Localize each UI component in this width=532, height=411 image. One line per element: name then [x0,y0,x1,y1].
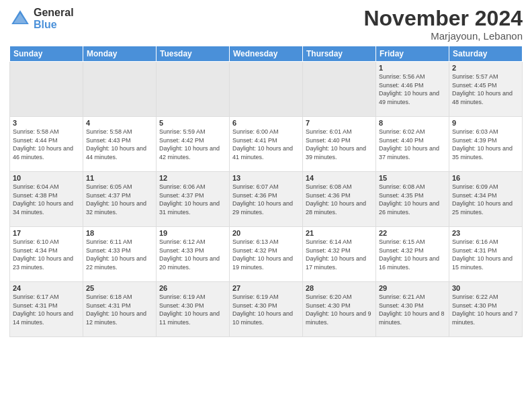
calendar-day-cell: 22Sunrise: 6:15 AM Sunset: 4:32 PM Dayli… [376,227,449,282]
day-info: Sunrise: 6:02 AM Sunset: 4:40 PM Dayligh… [379,128,446,161]
month-title: November 2024 [363,7,523,30]
day-number: 2 [452,64,519,72]
calendar-day-cell: 19Sunrise: 6:12 AM Sunset: 4:33 PM Dayli… [157,227,230,282]
day-info: Sunrise: 6:17 AM Sunset: 4:31 PM Dayligh… [13,293,80,326]
calendar-day-cell: 28Sunrise: 6:20 AM Sunset: 4:30 PM Dayli… [303,282,376,337]
calendar-day-cell: 26Sunrise: 6:19 AM Sunset: 4:30 PM Dayli… [157,282,230,337]
day-header-tuesday: Tuesday [157,46,230,62]
day-number: 10 [13,174,80,182]
day-info: Sunrise: 6:15 AM Sunset: 4:32 PM Dayligh… [379,238,446,271]
day-info: Sunrise: 6:10 AM Sunset: 4:34 PM Dayligh… [13,238,80,271]
day-info: Sunrise: 6:00 AM Sunset: 4:41 PM Dayligh… [232,128,300,161]
calendar-day-cell: 11Sunrise: 6:05 AM Sunset: 4:37 PM Dayli… [83,172,157,227]
calendar-week-row: 10Sunrise: 6:04 AM Sunset: 4:38 PM Dayli… [10,172,523,227]
day-info: Sunrise: 6:19 AM Sunset: 4:30 PM Dayligh… [232,293,300,326]
day-info: Sunrise: 6:18 AM Sunset: 4:31 PM Dayligh… [86,293,153,326]
day-number: 28 [306,284,373,292]
calendar-day-cell: 13Sunrise: 6:07 AM Sunset: 4:36 PM Dayli… [230,172,303,227]
day-info: Sunrise: 6:08 AM Sunset: 4:36 PM Dayligh… [306,183,373,216]
calendar-day-cell: 24Sunrise: 6:17 AM Sunset: 4:31 PM Dayli… [10,282,83,337]
day-number: 14 [306,174,373,182]
calendar-day-cell [230,62,303,117]
day-info: Sunrise: 6:14 AM Sunset: 4:32 PM Dayligh… [306,238,373,271]
location: Marjayoun, Lebanon [363,30,523,42]
calendar-week-row: 17Sunrise: 6:10 AM Sunset: 4:34 PM Dayli… [10,227,523,282]
calendar-week-row: 1Sunrise: 5:56 AM Sunset: 4:46 PM Daylig… [10,62,523,117]
day-number: 8 [379,119,446,127]
day-info: Sunrise: 5:58 AM Sunset: 4:44 PM Dayligh… [13,128,80,161]
calendar-day-cell: 27Sunrise: 6:19 AM Sunset: 4:30 PM Dayli… [230,282,303,337]
day-info: Sunrise: 6:12 AM Sunset: 4:33 PM Dayligh… [159,238,226,271]
calendar-day-cell [157,62,230,117]
day-number: 25 [86,284,153,292]
day-info: Sunrise: 6:22 AM Sunset: 4:30 PM Dayligh… [452,293,519,326]
calendar-day-cell: 29Sunrise: 6:21 AM Sunset: 4:30 PM Dayli… [376,282,449,337]
day-number: 23 [452,229,519,237]
calendar-day-cell: 8Sunrise: 6:02 AM Sunset: 4:40 PM Daylig… [376,117,449,172]
calendar-table: SundayMondayTuesdayWednesdayThursdayFrid… [9,46,523,337]
day-header-thursday: Thursday [303,46,376,62]
calendar-day-cell: 21Sunrise: 6:14 AM Sunset: 4:32 PM Dayli… [303,227,376,282]
calendar-day-cell: 23Sunrise: 6:16 AM Sunset: 4:31 PM Dayli… [449,227,523,282]
day-number: 26 [159,284,226,292]
calendar-day-cell: 25Sunrise: 6:18 AM Sunset: 4:31 PM Dayli… [83,282,157,337]
day-header-friday: Friday [376,46,449,62]
day-info: Sunrise: 6:07 AM Sunset: 4:36 PM Dayligh… [232,183,300,216]
logo-blue: Blue [34,19,74,31]
day-info: Sunrise: 6:03 AM Sunset: 4:39 PM Dayligh… [452,128,519,161]
day-number: 4 [86,119,153,127]
day-info: Sunrise: 5:58 AM Sunset: 4:43 PM Dayligh… [86,128,153,161]
day-info: Sunrise: 6:01 AM Sunset: 4:40 PM Dayligh… [306,128,373,161]
day-header-wednesday: Wednesday [230,46,303,62]
day-number: 20 [232,229,300,237]
header: General Blue November 2024 Marjayoun, Le… [9,7,523,42]
calendar-day-cell: 7Sunrise: 6:01 AM Sunset: 4:40 PM Daylig… [303,117,376,172]
day-number: 18 [86,229,153,237]
day-header-monday: Monday [83,46,157,62]
day-number: 21 [306,229,373,237]
calendar-day-cell [83,62,157,117]
calendar-day-cell: 16Sunrise: 6:09 AM Sunset: 4:34 PM Dayli… [449,172,523,227]
calendar-day-cell: 2Sunrise: 5:57 AM Sunset: 4:45 PM Daylig… [449,62,523,117]
day-number: 7 [306,119,373,127]
day-info: Sunrise: 5:57 AM Sunset: 4:45 PM Dayligh… [452,73,519,106]
day-number: 16 [452,174,519,182]
day-info: Sunrise: 5:56 AM Sunset: 4:46 PM Dayligh… [379,73,446,106]
day-number: 13 [232,174,300,182]
calendar-day-cell: 1Sunrise: 5:56 AM Sunset: 4:46 PM Daylig… [376,62,449,117]
day-info: Sunrise: 6:09 AM Sunset: 4:34 PM Dayligh… [452,183,519,216]
day-info: Sunrise: 6:16 AM Sunset: 4:31 PM Dayligh… [452,238,519,271]
page-container: General Blue November 2024 Marjayoun, Le… [0,0,532,411]
calendar-day-cell: 6Sunrise: 6:00 AM Sunset: 4:41 PM Daylig… [230,117,303,172]
title-area: November 2024 Marjayoun, Lebanon [363,7,523,42]
calendar-day-cell: 18Sunrise: 6:11 AM Sunset: 4:33 PM Dayli… [83,227,157,282]
calendar-day-cell: 30Sunrise: 6:22 AM Sunset: 4:30 PM Dayli… [449,282,523,337]
day-number: 24 [13,284,80,292]
day-info: Sunrise: 6:05 AM Sunset: 4:37 PM Dayligh… [86,183,153,216]
calendar-day-cell: 15Sunrise: 6:08 AM Sunset: 4:35 PM Dayli… [376,172,449,227]
calendar-day-cell: 17Sunrise: 6:10 AM Sunset: 4:34 PM Dayli… [10,227,83,282]
logo-icon [9,8,31,30]
day-number: 12 [159,174,226,182]
day-number: 17 [13,229,80,237]
day-header-saturday: Saturday [449,46,523,62]
calendar-day-cell: 12Sunrise: 6:06 AM Sunset: 4:37 PM Dayli… [157,172,230,227]
day-info: Sunrise: 6:06 AM Sunset: 4:37 PM Dayligh… [159,183,226,216]
day-number: 3 [13,119,80,127]
day-info: Sunrise: 5:59 AM Sunset: 4:42 PM Dayligh… [159,128,226,161]
calendar-day-cell: 9Sunrise: 6:03 AM Sunset: 4:39 PM Daylig… [449,117,523,172]
calendar-day-cell: 4Sunrise: 5:58 AM Sunset: 4:43 PM Daylig… [83,117,157,172]
day-info: Sunrise: 6:11 AM Sunset: 4:33 PM Dayligh… [86,238,153,271]
day-info: Sunrise: 6:20 AM Sunset: 4:30 PM Dayligh… [306,293,373,326]
day-info: Sunrise: 6:08 AM Sunset: 4:35 PM Dayligh… [379,183,446,216]
calendar-week-row: 24Sunrise: 6:17 AM Sunset: 4:31 PM Dayli… [10,282,523,337]
day-header-sunday: Sunday [10,46,83,62]
logo-general: General [34,7,74,19]
calendar-week-row: 3Sunrise: 5:58 AM Sunset: 4:44 PM Daylig… [10,117,523,172]
day-info: Sunrise: 6:19 AM Sunset: 4:30 PM Dayligh… [159,293,226,326]
day-number: 9 [452,119,519,127]
calendar-header-row: SundayMondayTuesdayWednesdayThursdayFrid… [10,46,523,62]
calendar-day-cell: 3Sunrise: 5:58 AM Sunset: 4:44 PM Daylig… [10,117,83,172]
day-number: 22 [379,229,446,237]
logo: General Blue [9,7,74,30]
